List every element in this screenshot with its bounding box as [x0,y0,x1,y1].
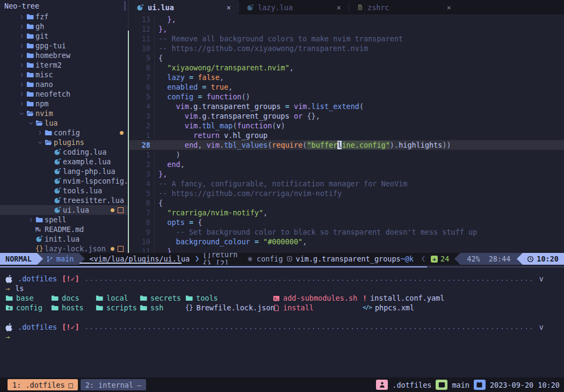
tree-item-label: README.md [45,225,84,234]
tree-item-treesitter-lua[interactable]: treesitter.lua [0,195,128,205]
tmux-datetime: 2023-09-20 10:20 [490,381,560,389]
statusline-right: ~@k + 24 42% 28:44 10:20 [401,253,564,265]
tree-item-fzf[interactable]: fzf [0,12,128,21]
code-line: 11}, [129,246,564,253]
tree-item-coding-lua[interactable]: coding.lua [0,147,128,157]
folder-icon [140,304,147,311]
git-branch-label: main [56,255,74,263]
tree-item-npm[interactable]: npm [0,99,128,108]
chevron-right-icon [35,130,45,136]
chevron-right-icon [17,33,26,39]
prompt-line-2: .dotfiles [!✓] v [0,322,564,332]
code-line: 2vim.tbl_map(function(v) [129,121,564,130]
tmux-status-bar: 1: .dotfiles□2: internal– .dotfiles main… [0,378,564,392]
tree-item-label: ui.lua [63,206,89,214]
code-text: config = function() [155,92,250,101]
tree-item-nvim-lspconfig-[interactable]: nvim-lspconfig. [0,176,128,186]
unstaged-square-icon [118,207,124,213]
ls-item-label: scripts [106,303,137,313]
tree-item-tools-lua[interactable]: tools.lua [0,186,128,195]
ls-item-config: config [5,303,51,313]
scroll-position-segment: 42% 28:44 [460,253,517,265]
tab-ui-lua[interactable]: ui.lua× [129,0,238,14]
ls-item-label: local [106,293,128,303]
current-prompt-line[interactable]: → [0,332,564,342]
tree-item-neofetch[interactable]: neofetch [0,89,128,99]
ls-item-tools: tools [185,293,273,303]
gear-icon [247,256,254,263]
tree-item-nano[interactable]: nano [0,79,128,89]
lua-icon [54,177,61,185]
tmux-window-1-dotfiles[interactable]: 1: .dotfiles□ [8,379,78,390]
tree-item-lua[interactable]: lua [0,118,128,128]
diff-added-count: 24 [440,255,449,263]
tree-item-nvim[interactable]: nvim [0,108,128,118]
tree-item-label: iterm2 [35,61,62,69]
tree-item-config[interactable]: config [0,128,128,137]
close-icon[interactable]: × [337,3,341,12]
terminal-icon [436,380,447,390]
tree-item-iterm2[interactable]: iterm2 [0,60,128,70]
code-line: 7"rcarriga/nvim-notify", [129,208,564,217]
code-editor[interactable]: 13},12},11-- Remove all background color… [129,14,564,253]
code-text: { [155,53,163,63]
tree-item-spell[interactable]: spell [0,215,128,224]
tab-lazy-lua[interactable]: lazy.lua× [239,0,349,14]
line-number: 12 [129,24,155,34]
line-number: 7 [129,208,155,217]
close-icon[interactable]: × [227,3,231,12]
line-number: 28 [129,140,155,150]
code-line: 13}, [129,14,564,24]
tree-item-gh[interactable]: gh [0,21,128,31]
tree-item-homebrew[interactable]: homebrew [0,50,128,60]
tab-zshrc[interactable]: zshrc× [349,0,459,14]
chevron-down-icon [35,140,45,146]
folder-icon [140,294,147,302]
tree-item-label: git [35,32,48,40]
tree-item-label: plugins [54,138,84,147]
neotree-scrollbar[interactable] [124,1,126,11]
tree-item-plugins[interactable]: plugins [0,137,128,147]
line-number: 11 [129,246,155,253]
code-line: 4-- A fancy, configurable, notification … [129,179,564,188]
code-line: 6{ [129,198,564,208]
tree-item-lazy-lock-json[interactable]: {}lazy-lock.json [0,244,128,253]
tmux-session-name: .dotfiles [392,381,431,389]
tmux-status-right: .dotfiles main 2023-09-20 10:20 [376,380,564,390]
tmux-window-2-internal[interactable]: 2: internal– [81,379,147,390]
code-line: 3}, [129,169,564,179]
tree-item-misc[interactable]: misc [0,70,128,79]
git-status-flags: [!✓] [62,322,79,332]
code-line: 5-- https://github.com/rcarriga/nvim-not… [129,188,564,198]
tree-item-lang-php-lua[interactable]: lang-php.lua [0,166,128,176]
lua-icon [54,148,61,156]
code-text: enabled = true, [155,82,233,92]
register-indicator: ~@k [401,255,414,263]
apple-icon [5,323,13,331]
code-text: opts = { [155,217,202,227]
lua-icon [35,235,43,243]
git-branch-segment[interactable]: main [43,253,79,265]
folder-cog-icon [5,304,13,311]
tree-item-label: treesitter.lua [63,196,124,205]
close-icon[interactable]: × [447,3,451,12]
ls-item-label: install.conf.yaml [370,293,444,303]
typed-command: ls [15,284,24,293]
diff-added-icon: + [431,256,438,263]
tree-item-git[interactable]: git [0,31,128,41]
ls-item-hosts: hosts [51,303,96,313]
tree-item-example-lua[interactable]: example.lua [0,157,128,166]
tree-item-label: neofetch [35,90,70,98]
ls-item-base: base [5,293,51,303]
ls-item-scripts: scripts [96,303,140,313]
tree-item-label: example.lua [63,157,111,166]
lua-icon [136,4,144,11]
tree-item-gpg-tui[interactable]: gpg-tui [0,41,128,50]
ls-item-install-conf-yaml: !install.conf.yaml [363,293,544,303]
code-text: }, [155,169,167,179]
tree-item-init-lua[interactable]: init.lua [0,234,128,244]
shell-pane[interactable]: .dotfiles [!✓] v → ls basedocslocalsecre… [0,267,564,378]
tree-item-label: homebrew [35,51,70,60]
tree-item-readme-md[interactable]: M↓README.md [0,224,128,234]
tree-item-ui-lua[interactable]: ui.lua [0,205,128,215]
